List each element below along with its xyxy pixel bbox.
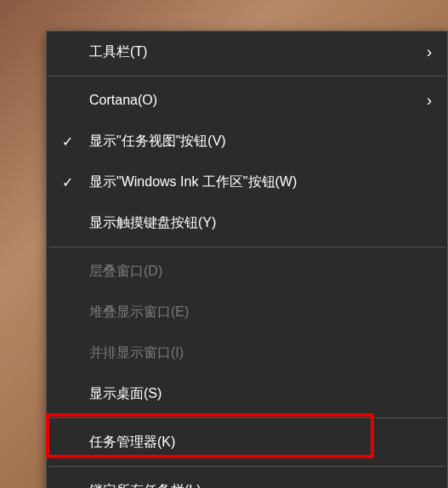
menu-item-9: 并排显示窗口(I) [47,332,447,373]
menu-item-0[interactable]: 工具栏(T)› [47,31,447,72]
checkmark-icon: ✓ [62,133,73,150]
menu-item-label: 任务管理器(K) [89,434,175,451]
menu-item-10[interactable]: 显示桌面(S) [47,373,447,414]
chevron-right-icon: › [427,43,432,61]
menu-item-12[interactable]: 任务管理器(K) [47,422,447,462]
menu-item-label: 显示桌面(S) [89,385,162,403]
menu-item-2[interactable]: Cortana(O)› [47,80,447,121]
menu-item-label: 显示"任务视图"按钮(V) [89,133,226,150]
menu-item-label: Cortana(O) [89,93,157,108]
menu-item-3[interactable]: ✓显示"任务视图"按钮(V) [47,121,447,162]
menu-separator [48,247,445,247]
menu-item-label: 显示触摸键盘按钮(Y) [89,214,216,232]
menu-item-5[interactable]: 显示触摸键盘按钮(Y) [47,202,447,243]
menu-item-4[interactable]: ✓显示"Windows Ink 工作区"按钮(W) [47,162,447,202]
menu-item-label: 显示"Windows Ink 工作区"按钮(W) [89,173,297,191]
menu-item-label: 并排显示窗口(I) [89,344,184,362]
menu-item-7: 层叠窗口(D) [47,251,447,292]
menu-separator [48,76,445,77]
checkmark-icon: ✓ [62,174,73,190]
menu-item-label: 工具栏(T) [89,43,147,61]
menu-separator [48,417,445,418]
menu-item-label: 层叠窗口(D) [89,263,162,281]
menu-item-label: 锁定所有任务栏(L) [89,482,201,489]
menu-item-label: 堆叠显示窗口(E) [89,304,189,321]
taskbar-context-menu: 工具栏(T)›Cortana(O)›✓显示"任务视图"按钮(V)✓显示"Wind… [46,31,448,488]
menu-item-8: 堆叠显示窗口(E) [47,292,447,332]
chevron-right-icon: › [427,92,432,110]
menu-separator [48,466,445,467]
menu-item-14[interactable]: 锁定所有任务栏(L) [47,470,447,488]
